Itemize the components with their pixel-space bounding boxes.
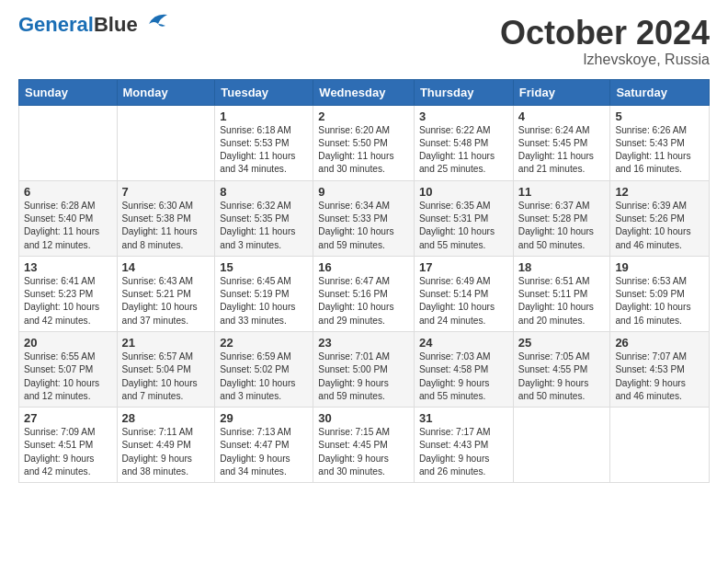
day-number: 23 [318,336,409,350]
weekday-header-row: SundayMondayTuesdayWednesdayThursdayFrid… [19,79,710,105]
day-info: Sunrise: 7:09 AM Sunset: 4:51 PM Dayligh… [24,426,112,478]
calendar-cell: 10Sunrise: 6:35 AM Sunset: 5:31 PM Dayli… [414,180,513,256]
day-info: Sunrise: 6:57 AM Sunset: 5:04 PM Dayligh… [122,350,210,403]
day-info: Sunrise: 6:18 AM Sunset: 5:53 PM Dayligh… [220,124,308,177]
day-info: Sunrise: 7:15 AM Sunset: 4:45 PM Dayligh… [318,426,409,478]
calendar-week-1: 1Sunrise: 6:18 AM Sunset: 5:53 PM Daylig… [19,105,710,180]
day-number: 18 [518,260,606,274]
day-info: Sunrise: 6:34 AM Sunset: 5:33 PM Dayligh… [318,200,409,252]
calendar-cell: 3Sunrise: 6:22 AM Sunset: 5:48 PM Daylig… [414,105,513,180]
day-number: 19 [615,260,704,274]
calendar-title: October 2024 [500,15,710,52]
day-number: 30 [318,411,409,425]
calendar-cell: 28Sunrise: 7:11 AM Sunset: 4:49 PM Dayli… [117,408,215,483]
day-info: Sunrise: 6:37 AM Sunset: 5:28 PM Dayligh… [518,200,606,252]
calendar-cell: 2Sunrise: 6:20 AM Sunset: 5:50 PM Daylig… [313,105,415,180]
header: GeneralBlue October 2024 Izhevskoye, Rus… [18,15,710,68]
day-info: Sunrise: 7:11 AM Sunset: 4:49 PM Dayligh… [122,426,210,478]
day-info: Sunrise: 7:03 AM Sunset: 4:58 PM Dayligh… [419,350,508,403]
calendar-cell: 11Sunrise: 6:37 AM Sunset: 5:28 PM Dayli… [513,180,610,256]
calendar-week-4: 20Sunrise: 6:55 AM Sunset: 5:07 PM Dayli… [19,331,710,407]
calendar-table: SundayMondayTuesdayWednesdayThursdayFrid… [18,79,710,484]
calendar-cell: 15Sunrise: 6:45 AM Sunset: 5:19 PM Dayli… [215,256,313,331]
day-info: Sunrise: 6:20 AM Sunset: 5:50 PM Dayligh… [318,124,409,177]
day-number: 16 [318,260,409,274]
calendar-cell: 21Sunrise: 6:57 AM Sunset: 5:04 PM Dayli… [117,331,215,407]
day-info: Sunrise: 6:55 AM Sunset: 5:07 PM Dayligh… [24,350,112,403]
calendar-cell [117,105,215,180]
weekday-header-monday: Monday [117,79,215,105]
day-info: Sunrise: 7:13 AM Sunset: 4:47 PM Dayligh… [220,426,308,478]
title-block: October 2024 Izhevskoye, Russia [500,15,710,68]
weekday-header-sunday: Sunday [19,79,118,105]
calendar-cell: 6Sunrise: 6:28 AM Sunset: 5:40 PM Daylig… [19,180,118,256]
day-number: 7 [122,185,210,199]
calendar-week-5: 27Sunrise: 7:09 AM Sunset: 4:51 PM Dayli… [19,408,710,483]
day-info: Sunrise: 6:45 AM Sunset: 5:19 PM Dayligh… [220,275,308,327]
day-number: 27 [24,411,112,425]
calendar-cell: 31Sunrise: 7:17 AM Sunset: 4:43 PM Dayli… [414,408,513,483]
calendar-cell: 7Sunrise: 6:30 AM Sunset: 5:38 PM Daylig… [117,180,215,256]
day-number: 1 [220,109,308,123]
day-number: 29 [220,411,308,425]
calendar-cell: 30Sunrise: 7:15 AM Sunset: 4:45 PM Dayli… [313,408,415,483]
calendar-cell: 20Sunrise: 6:55 AM Sunset: 5:07 PM Dayli… [19,331,118,407]
calendar-cell: 29Sunrise: 7:13 AM Sunset: 4:47 PM Dayli… [215,408,313,483]
day-number: 3 [419,109,508,123]
day-number: 22 [220,336,308,350]
calendar-week-2: 6Sunrise: 6:28 AM Sunset: 5:40 PM Daylig… [19,180,710,256]
logo-text-general: General [18,13,94,36]
day-info: Sunrise: 6:39 AM Sunset: 5:26 PM Dayligh… [615,200,704,252]
day-info: Sunrise: 7:05 AM Sunset: 4:55 PM Dayligh… [518,350,606,403]
day-info: Sunrise: 6:22 AM Sunset: 5:48 PM Dayligh… [419,124,508,177]
calendar-cell: 18Sunrise: 6:51 AM Sunset: 5:11 PM Dayli… [513,256,610,331]
day-info: Sunrise: 6:26 AM Sunset: 5:43 PM Dayligh… [615,124,704,177]
weekday-header-saturday: Saturday [610,79,710,105]
day-number: 28 [122,411,210,425]
day-info: Sunrise: 6:53 AM Sunset: 5:09 PM Dayligh… [615,275,704,327]
day-number: 24 [419,336,508,350]
logo-bird-icon [140,11,169,31]
day-info: Sunrise: 7:01 AM Sunset: 5:00 PM Dayligh… [318,350,409,403]
calendar-cell: 14Sunrise: 6:43 AM Sunset: 5:21 PM Dayli… [117,256,215,331]
weekday-header-wednesday: Wednesday [313,79,415,105]
day-info: Sunrise: 6:59 AM Sunset: 5:02 PM Dayligh… [220,350,308,403]
day-number: 6 [24,185,112,199]
calendar-cell: 25Sunrise: 7:05 AM Sunset: 4:55 PM Dayli… [513,331,610,407]
calendar-cell: 5Sunrise: 6:26 AM Sunset: 5:43 PM Daylig… [610,105,710,180]
calendar-cell [610,408,710,483]
calendar-cell: 9Sunrise: 6:34 AM Sunset: 5:33 PM Daylig… [313,180,415,256]
logo: GeneralBlue [18,15,169,35]
day-number: 17 [419,260,508,274]
day-number: 26 [615,336,704,350]
calendar-cell: 17Sunrise: 6:49 AM Sunset: 5:14 PM Dayli… [414,256,513,331]
calendar-cell: 22Sunrise: 6:59 AM Sunset: 5:02 PM Dayli… [215,331,313,407]
day-info: Sunrise: 6:24 AM Sunset: 5:45 PM Dayligh… [518,124,606,177]
day-number: 8 [220,185,308,199]
calendar-cell: 4Sunrise: 6:24 AM Sunset: 5:45 PM Daylig… [513,105,610,180]
calendar-cell: 1Sunrise: 6:18 AM Sunset: 5:53 PM Daylig… [215,105,313,180]
calendar-week-3: 13Sunrise: 6:41 AM Sunset: 5:23 PM Dayli… [19,256,710,331]
day-info: Sunrise: 7:17 AM Sunset: 4:43 PM Dayligh… [419,426,508,478]
logo-text-blue: Blue [94,13,138,36]
day-number: 12 [615,185,704,199]
day-number: 14 [122,260,210,274]
day-number: 11 [518,185,606,199]
day-number: 4 [518,109,606,123]
calendar-cell: 13Sunrise: 6:41 AM Sunset: 5:23 PM Dayli… [19,256,118,331]
calendar-cell [19,105,118,180]
day-number: 20 [24,336,112,350]
calendar-cell: 19Sunrise: 6:53 AM Sunset: 5:09 PM Dayli… [610,256,710,331]
day-info: Sunrise: 6:35 AM Sunset: 5:31 PM Dayligh… [419,200,508,252]
calendar-cell: 26Sunrise: 7:07 AM Sunset: 4:53 PM Dayli… [610,331,710,407]
day-number: 5 [615,109,704,123]
weekday-header-tuesday: Tuesday [215,79,313,105]
day-info: Sunrise: 6:43 AM Sunset: 5:21 PM Dayligh… [122,275,210,327]
day-info: Sunrise: 6:28 AM Sunset: 5:40 PM Dayligh… [24,200,112,252]
page: GeneralBlue October 2024 Izhevskoye, Rus… [0,0,728,563]
day-number: 10 [419,185,508,199]
day-number: 2 [318,109,409,123]
calendar-cell [513,408,610,483]
calendar-cell: 24Sunrise: 7:03 AM Sunset: 4:58 PM Dayli… [414,331,513,407]
day-number: 25 [518,336,606,350]
